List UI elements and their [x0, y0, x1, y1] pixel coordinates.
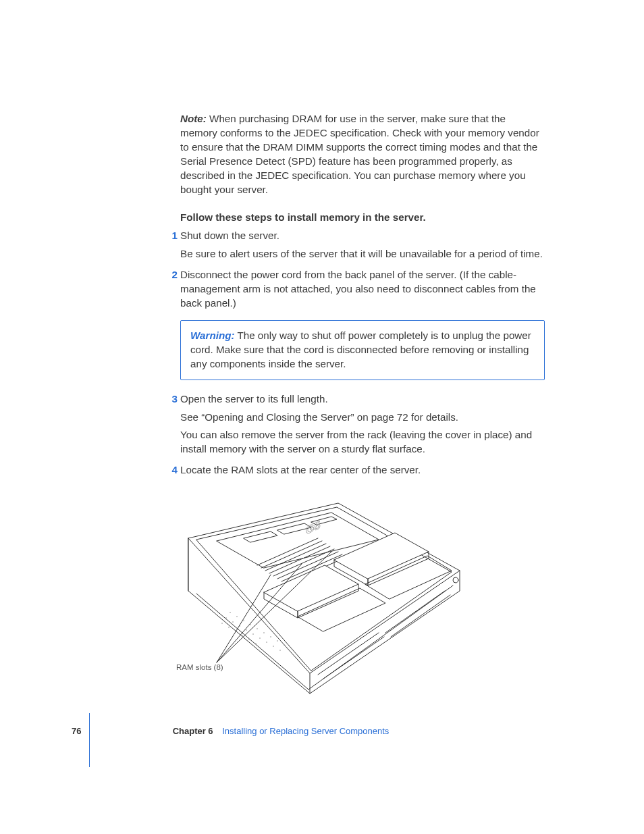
server-diagram-figure: G5 G5 RAM slots (8) [176, 498, 466, 700]
step-detail: Be sure to alert users of the server tha… [180, 247, 545, 261]
step-text: Locate the RAM slots at the rear center … [180, 463, 545, 477]
svg-point-2 [236, 617, 238, 618]
svg-point-5 [257, 629, 258, 630]
svg-point-11 [252, 634, 254, 635]
footer-separator [89, 713, 90, 767]
step-4: 4 Locate the RAM slots at the rear cente… [180, 463, 545, 477]
svg-point-22 [266, 642, 267, 644]
note-text: When purchasing DRAM for use in the serv… [180, 113, 539, 195]
svg-point-14 [228, 627, 230, 629]
step-1: 1 Shut down the server. Be sure to alert… [180, 229, 545, 261]
svg-point-17 [248, 640, 250, 641]
note-label: Note: [180, 113, 207, 124]
svg-point-3 [243, 621, 244, 622]
svg-point-16 [242, 635, 243, 637]
svg-point-1 [230, 613, 231, 614]
step-number: 3 [165, 392, 178, 407]
step-number: 1 [165, 229, 178, 243]
svg-point-13 [221, 623, 223, 625]
svg-point-18 [255, 644, 257, 645]
step-detail: You can also remove the server from the … [180, 428, 545, 457]
svg-point-10 [246, 630, 247, 631]
svg-point-7 [225, 618, 227, 619]
page-number: 76 [72, 725, 89, 737]
warning-text: The only way to shut off power completel… [190, 330, 531, 369]
step-text: Shut down the server. [180, 229, 545, 243]
svg-point-23 [273, 646, 274, 648]
warning-box: Warning: The only way to shut off power … [180, 320, 545, 380]
svg-point-6 [263, 633, 265, 634]
svg-point-0 [453, 577, 458, 583]
step-3: 3 Open the server to its full length. Se… [180, 392, 545, 457]
step-text: Open the server to its full length. [180, 392, 545, 407]
manual-page: Note: When purchasing DRAM for use in th… [0, 0, 644, 834]
svg-point-20 [277, 641, 278, 642]
cpu-label-1: G5 [306, 519, 320, 538]
warning-label: Warning: [190, 330, 235, 341]
page-footer: 76 Chapter 6 Installing or Replacing Ser… [72, 725, 544, 737]
figure-caption: RAM slots (8) [176, 662, 223, 673]
step-detail: See “Opening and Closing the Server” on … [180, 411, 545, 425]
body-content: Note: When purchasing DRAM for use in th… [180, 112, 545, 700]
note-paragraph: Note: When purchasing DRAM for use in th… [180, 112, 545, 197]
svg-point-19 [270, 637, 271, 638]
svg-point-8 [232, 622, 234, 623]
svg-point-12 [259, 638, 261, 640]
step-text: Disconnect the power cord from the back … [180, 268, 545, 311]
svg-point-21 [284, 645, 285, 646]
step-2: 2 Disconnect the power cord from the bac… [180, 268, 545, 311]
step-number: 4 [165, 463, 178, 477]
step-number: 2 [165, 268, 178, 282]
chapter-label: Chapter 6 [173, 726, 213, 736]
svg-point-24 [279, 650, 281, 652]
steps-heading: Follow these steps to install memory in … [180, 211, 545, 225]
chapter-title: Installing or Replacing Server Component… [222, 726, 389, 736]
